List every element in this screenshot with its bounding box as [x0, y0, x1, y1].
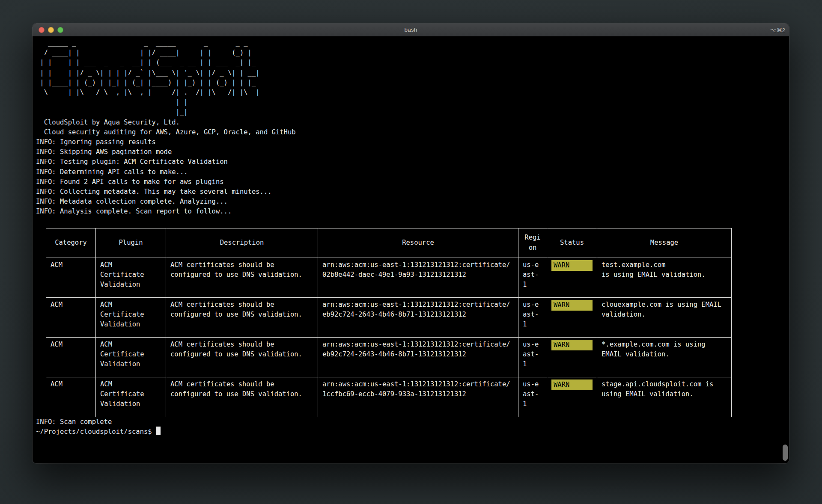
cell-region: us-e ast- 1 — [518, 337, 547, 377]
cell-category: ACM — [46, 258, 96, 297]
cell-description: ACM certificates should be configured to… — [166, 297, 318, 337]
traffic-lights — [39, 24, 63, 36]
cell-status: WARN — [547, 297, 597, 337]
cell-message: stage.api.cloudsploit.com is using EMAIL… — [597, 377, 732, 417]
column-header-region: Regi on — [518, 228, 547, 258]
table-row: ACM ACM Certificate Validation ACM certi… — [46, 297, 732, 337]
table-row: ACM ACM Certificate Validation ACM certi… — [46, 258, 732, 297]
terminal-screen[interactable]: _____ _ _ _____ _ _ _ / ____| | | |/ ___… — [33, 36, 789, 463]
shell-prompt: ~/Projects/cloudsploit/scans$ — [36, 428, 156, 436]
cell-resource: arn:aws:acm:us-east-1:131213121312:certi… — [318, 258, 518, 297]
scan-results-table: Category Plugin Description Resource Reg… — [46, 228, 732, 417]
cell-message: clouexample.com is using EMAIL validatio… — [597, 297, 732, 337]
scan-complete-line: INFO: Scan complete — [36, 417, 789, 427]
cell-region: us-e ast- 1 — [518, 258, 547, 297]
cell-status: WARN — [547, 258, 597, 297]
scrollbar-thumb[interactable] — [783, 445, 788, 461]
info-log: INFO: Ignoring passing results INFO: Ski… — [36, 137, 789, 217]
column-header-resource: Resource — [318, 228, 518, 258]
cell-description: ACM certificates should be configured to… — [166, 258, 318, 297]
terminal-cursor — [156, 427, 161, 435]
cell-description: ACM certificates should be configured to… — [166, 337, 318, 377]
zoom-button[interactable] — [57, 27, 63, 33]
window-titlebar[interactable]: bash ⌥⌘2 — [33, 24, 789, 36]
cell-category: ACM — [46, 297, 96, 337]
status-warn-badge: WARN — [551, 379, 593, 390]
cell-region: us-e ast- 1 — [518, 297, 547, 337]
cell-message: test.example.com is using EMAIL validati… — [597, 258, 732, 297]
window-title: bash — [33, 27, 789, 33]
column-header-status: Status — [547, 228, 597, 258]
cell-category: ACM — [46, 377, 96, 417]
shell-prompt-line[interactable]: ~/Projects/cloudsploit/scans$ — [36, 427, 789, 437]
cell-resource: arn:aws:acm:us-east-1:131213121312:certi… — [318, 297, 518, 337]
status-warn-badge: WARN — [551, 260, 593, 271]
column-header-plugin: Plugin — [96, 228, 166, 258]
close-button[interactable] — [39, 27, 45, 33]
column-header-description: Description — [166, 228, 318, 258]
cell-resource: arn:aws:acm:us-east-1:131213121312:certi… — [318, 337, 518, 377]
status-warn-badge: WARN — [551, 300, 593, 311]
cell-plugin: ACM Certificate Validation — [96, 337, 166, 377]
tab-shortcut-label: ⌥⌘2 — [770, 27, 785, 33]
column-header-category: Category — [46, 228, 96, 258]
cell-region: us-e ast- 1 — [518, 377, 547, 417]
cell-plugin: ACM Certificate Validation — [96, 297, 166, 337]
cloudsploit-ascii-logo: _____ _ _ _____ _ _ _ / ____| | | |/ ___… — [36, 38, 789, 118]
cell-status: WARN — [547, 377, 597, 417]
cell-description: ACM certificates should be configured to… — [166, 377, 318, 417]
cell-plugin: ACM Certificate Validation — [96, 377, 166, 417]
cell-plugin: ACM Certificate Validation — [96, 258, 166, 297]
cell-resource: arn:aws:acm:us-east-1:131213121312:certi… — [318, 377, 518, 417]
minimize-button[interactable] — [48, 27, 54, 33]
intro-text: CloudSploit by Aqua Security, Ltd. Cloud… — [36, 118, 789, 137]
terminal-window: bash ⌥⌘2 _____ _ _ _____ _ _ _ / ____| |… — [33, 24, 789, 463]
table-row: ACM ACM Certificate Validation ACM certi… — [46, 337, 732, 377]
cell-category: ACM — [46, 337, 96, 377]
table-row: ACM ACM Certificate Validation ACM certi… — [46, 377, 732, 417]
cell-message: *.example.com.com is using EMAIL validat… — [597, 337, 732, 377]
cell-status: WARN — [547, 337, 597, 377]
table-header-row: Category Plugin Description Resource Reg… — [46, 228, 732, 258]
column-header-message: Message — [597, 228, 732, 258]
status-warn-badge: WARN — [551, 340, 593, 350]
